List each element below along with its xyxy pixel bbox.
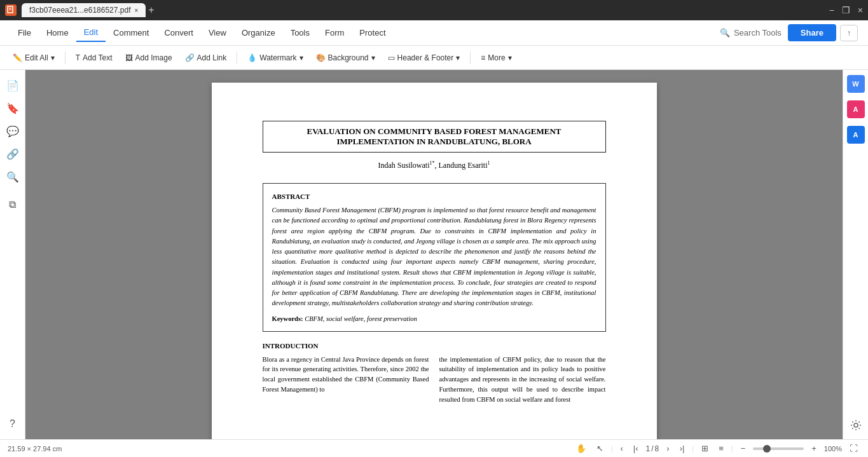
introduction-section: INTRODUCTION Blora as a regency in Centr…: [263, 342, 606, 405]
pdf-title-line2: IMPLEMENTATION IN RANDUBLATUNG, BLORA: [273, 137, 595, 147]
total-pages: 8: [655, 444, 659, 453]
main-area: 📄 🔖 💬 🔗 🔍 ⧉ ? EVALUATION ON COMMUNITY BA…: [0, 70, 868, 439]
more-icon: ≡: [481, 53, 485, 62]
right-sidebar: W A A: [843, 70, 868, 439]
translate-icon[interactable]: W: [847, 75, 865, 93]
add-text-btn[interactable]: T Add Text: [71, 51, 118, 65]
abstract-title: ABSTRACT: [272, 193, 596, 200]
header-footer-icon: ▭: [388, 53, 395, 62]
more-btn[interactable]: ≡ More ▾: [476, 51, 516, 65]
edit-all-chevron: ▾: [51, 53, 55, 62]
intro-col1: Blora as a regency in Central Java Provi…: [263, 355, 429, 405]
status-bar: 21.59 × 27.94 cm ✋ ↖ | ‹ |‹ 1 / 8 › ›| |…: [0, 439, 868, 457]
sidebar-page-icon[interactable]: 📄: [3, 75, 23, 95]
background-chevron: ▾: [371, 53, 375, 62]
pdf-title-box: EVALUATION ON COMMUNITY BASED FOREST MAN…: [263, 121, 606, 153]
search-tools-btn[interactable]: 🔍 Search Tools: [713, 25, 788, 41]
sidebar-layers-icon[interactable]: ⧉: [3, 194, 23, 215]
add-link-btn[interactable]: 🔗 Add Link: [180, 51, 232, 65]
scroll-mode-btn[interactable]: ≡: [716, 442, 726, 454]
header-footer-btn[interactable]: ▭ Header & Footer ▾: [383, 51, 465, 65]
app-icon: [5, 4, 17, 16]
window-close-btn[interactable]: ×: [858, 5, 863, 15]
ai-icon-1[interactable]: A: [847, 100, 865, 118]
menu-file[interactable]: File: [10, 24, 39, 41]
page-separator: /: [651, 444, 653, 453]
menu-organize[interactable]: Organize: [234, 24, 283, 41]
title-bar: f3cb07eeea21...e6186527.pdf × + − ❐ ×: [0, 0, 868, 20]
menu-protect[interactable]: Protect: [352, 24, 393, 41]
background-btn[interactable]: 🎨 Background ▾: [311, 51, 380, 65]
search-icon: 🔍: [720, 28, 730, 38]
tab-area: f3cb07eeea21...e6186527.pdf × +: [22, 3, 155, 17]
edit-icon: ✏️: [13, 53, 22, 62]
intro-title: INTRODUCTION: [263, 342, 606, 350]
search-tools-label: Search Tools: [734, 28, 782, 38]
page-view-btn[interactable]: ⊞: [699, 442, 711, 454]
abstract-body: Community Based Forest Management (CBFM)…: [272, 205, 596, 309]
pdf-title-line1: EVALUATION ON COMMUNITY BASED FOREST MAN…: [273, 126, 595, 137]
edit-all-btn[interactable]: ✏️ Edit All ▾: [8, 51, 60, 65]
menu-view[interactable]: View: [201, 24, 234, 41]
left-sidebar: 📄 🔖 💬 🔗 🔍 ⧉ ?: [0, 70, 25, 439]
zoom-out-btn[interactable]: −: [738, 442, 748, 454]
zoom-level: 100%: [824, 445, 842, 453]
author2: , Landung Esariti: [435, 161, 488, 170]
first-page-btn[interactable]: |‹: [631, 442, 641, 454]
sidebar-bookmark-icon[interactable]: 🔖: [3, 98, 23, 118]
upload-button[interactable]: ↑: [840, 25, 858, 41]
window-minimize-btn[interactable]: −: [829, 5, 834, 15]
tab-close-btn[interactable]: ×: [134, 7, 138, 14]
watermark-btn[interactable]: 💧 Watermark ▾: [242, 51, 308, 65]
sidebar-search-icon[interactable]: 🔍: [3, 167, 23, 187]
last-page-btn[interactable]: ›|: [677, 442, 687, 454]
hand-tool-btn[interactable]: ✋: [574, 442, 589, 454]
window-restore-btn[interactable]: ❐: [842, 5, 850, 15]
sidebar-help-icon[interactable]: ?: [3, 414, 23, 434]
menu-bar: File Home Edit Comment Convert View Orga…: [0, 20, 868, 46]
prev-page-btn[interactable]: ‹: [618, 442, 626, 454]
fullscreen-btn[interactable]: ⛶: [847, 442, 860, 454]
menu-convert[interactable]: Convert: [156, 24, 201, 41]
svg-point-3: [854, 423, 858, 427]
pdf-abstract-box: ABSTRACT Community Based Forest Manageme…: [263, 183, 606, 332]
watermark-icon: 💧: [247, 53, 257, 62]
select-tool-btn[interactable]: ↖: [594, 442, 606, 454]
new-tab-button[interactable]: +: [148, 4, 154, 16]
link-icon: 🔗: [185, 53, 195, 62]
header-footer-chevron: ▾: [456, 53, 460, 62]
share-button[interactable]: Share: [788, 24, 836, 41]
current-page: 1: [646, 444, 651, 453]
active-tab[interactable]: f3cb07eeea21...e6186527.pdf ×: [22, 3, 146, 17]
keywords-label: Keywords:: [272, 315, 303, 322]
menu-home[interactable]: Home: [39, 24, 76, 41]
divider-2: [237, 51, 237, 64]
keywords-text: CBFM, social welfare, forest preservatio…: [303, 315, 417, 322]
menu-comment[interactable]: Comment: [106, 24, 156, 41]
text-icon: T: [76, 53, 80, 62]
ai-icon-2[interactable]: A: [847, 126, 865, 144]
watermark-chevron: ▾: [300, 53, 303, 62]
pdf-authors: Indah Susilowati1*, Landung Esariti1: [263, 160, 606, 170]
author1: Indah Susilowati: [378, 161, 430, 170]
pdf-viewer[interactable]: EVALUATION ON COMMUNITY BASED FOREST MAN…: [25, 70, 843, 439]
zoom-in-btn[interactable]: +: [809, 442, 819, 454]
keywords-line: Keywords: CBFM, social welfare, forest p…: [272, 315, 596, 322]
settings-icon[interactable]: [850, 419, 862, 434]
divider-3: [470, 51, 471, 64]
add-image-btn[interactable]: 🖼 Add Image: [120, 51, 177, 65]
zoom-slider[interactable]: [753, 447, 804, 450]
background-icon: 🎨: [316, 53, 326, 62]
author2-sup: 1: [487, 160, 490, 166]
menu-tools[interactable]: Tools: [283, 24, 317, 41]
menu-edit[interactable]: Edit: [76, 24, 106, 42]
pdf-page: EVALUATION ON COMMUNITY BASED FOREST MAN…: [212, 83, 657, 439]
image-icon: 🖼: [125, 53, 133, 62]
divider-1: [65, 51, 65, 64]
menu-form[interactable]: Form: [317, 24, 352, 41]
next-page-btn[interactable]: ›: [664, 442, 672, 454]
sidebar-link-icon[interactable]: 🔗: [3, 144, 23, 164]
sidebar-comment-icon[interactable]: 💬: [3, 121, 23, 141]
intro-columns: Blora as a regency in Central Java Provi…: [263, 355, 606, 405]
intro-col2: the implementation of CBFM policy, due t…: [439, 355, 606, 405]
